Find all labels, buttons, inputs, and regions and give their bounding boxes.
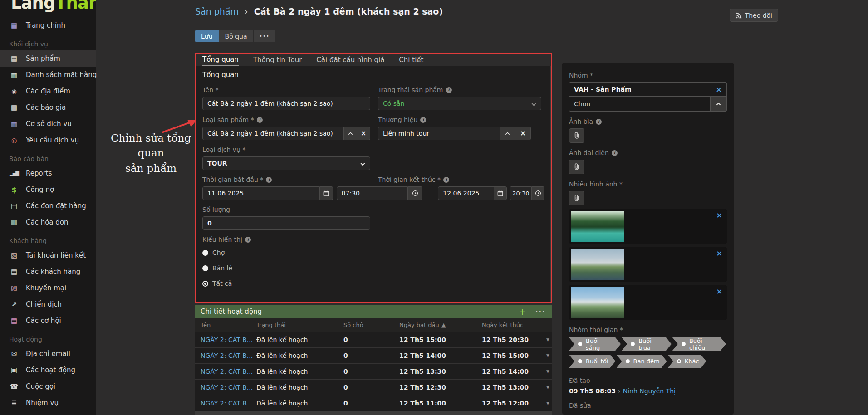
tab-chi-tiet[interactable]: Chi tiết [399,54,423,66]
more-actions-button[interactable]: ••• [253,30,275,42]
row-dropdown-caret[interactable]: ▼ [546,401,557,405]
tab-tong-quan[interactable]: Tổng quan [202,54,239,66]
annotation-arrow [160,117,198,135]
sidebar-item-reports[interactable]: ▂▅▇ Reports [0,165,96,181]
sidebar-item-dia-chi-email[interactable]: ✉ Địa chỉ email [0,346,96,362]
start-time-label: Thời gian bắt đầu *i [202,176,544,183]
sidebar-item-cac-don-dat-hang[interactable]: ▤ Các đơn đặt hàng [0,198,96,214]
tag-buoi-sang[interactable]: Buổi sáng [569,337,621,351]
col-ten[interactable]: Tên [201,322,256,328]
remove-photo-button[interactable]: × [716,211,722,220]
activity-name-link[interactable]: NGÀY 2: CÁT B... [201,368,256,375]
radio-cho[interactable]: Chợ [202,246,544,259]
sidebar-item-nhiem-vu[interactable]: ≣ Nhiệm vụ [0,395,96,411]
add-activity-button[interactable]: + [519,307,526,317]
clock-icon [535,190,541,196]
breadcrumb-parent-link[interactable]: Sản phẩm [195,6,239,16]
end-time-clock-button[interactable] [532,186,544,200]
sidebar-item-cuoc-goi[interactable]: ☎ Cuộc gọi [0,378,96,395]
activity-name-link[interactable]: NGÀY 2: CÁT B... [201,400,256,407]
sidebar-item-trang-chinh[interactable]: ▦ Trang chính [0,17,96,34]
group-expand-button[interactable] [710,97,726,111]
service-type-select[interactable]: TOUR [202,156,370,170]
col-trang-thai[interactable]: Trạng thái [256,322,343,328]
sidebar-item-tai-khoan-lien-ket[interactable]: ▧ Tài khoản liên kết [0,247,96,264]
start-date-input[interactable] [202,186,320,200]
sidebar-item-chien-dich[interactable]: ↗ Chiến dịch [0,296,96,312]
group-remove-button[interactable]: × [716,85,722,94]
product-type-expand-button[interactable] [344,127,357,140]
radio-tat-ca[interactable]: Tất cả [202,277,544,290]
cover-attach-button[interactable] [569,128,584,143]
remove-photo-button[interactable]: × [716,287,722,296]
end-date-group [438,186,507,200]
brand-clear-button[interactable]: × [515,127,531,140]
activity-name-link[interactable]: NGÀY 2: CÁT B... [201,336,256,343]
activity-name-link[interactable]: NGÀY 2: CÁT B... [201,384,256,391]
clock-icon [412,190,418,196]
tag-khac[interactable]: Khác [668,355,706,368]
end-date-calendar-button[interactable] [494,186,507,200]
save-button[interactable]: Lưu [195,30,219,42]
quantity-input[interactable] [202,216,370,230]
sidebar-item-cong-no[interactable]: $ Công nợ [0,181,96,198]
product-photo-lagoon[interactable] [571,211,624,242]
sidebar-item-cac-bao-gia[interactable]: ▤ Các báo giá [0,99,96,116]
sidebar-item-cac-khach-hang[interactable]: ▤ Các khách hàng [0,264,96,280]
status-select[interactable]: Có sẵn [378,97,541,110]
activity-name-link[interactable]: NGÀY 2: CÁT B... [201,352,256,359]
name-input[interactable] [202,97,370,110]
tab-cai-dat-cau-hinh-gia[interactable]: Cài đặt cấu hình giá [316,54,384,66]
avatar-attach-button[interactable] [569,160,584,174]
product-type-clear-button[interactable]: × [357,127,370,140]
tag-ban-dem[interactable]: Ban đêm [617,355,667,368]
end-time-input[interactable] [510,186,532,200]
group-select-placeholder[interactable]: Chọn [569,97,710,111]
gallery-item: × [569,285,727,320]
sidebar-item-cac-dia-diem[interactable]: ◉ Các địa điểm [0,83,96,99]
product-type-input[interactable] [202,127,344,140]
discard-button[interactable]: Bỏ qua [219,30,253,42]
tag-buoi-chieu[interactable]: Buổi chiều [672,337,726,351]
sidebar-item-khuyen-mai[interactable]: ▨ Khuyến mại [0,280,96,296]
tag-buoi-trua[interactable]: Buổi trưa [622,337,672,351]
remove-photo-button[interactable]: × [716,249,722,258]
table-row: NGÀY 2: CÁT B... Đã lên kế hoạch 0 12 Th… [195,379,552,395]
col-ngay-ket-thuc[interactable]: Ngày kết thúc [482,322,546,328]
app-logo[interactable]: LangThang [0,0,96,16]
radio-ban-le[interactable]: Bán lẻ [202,262,544,274]
info-icon: i [266,177,272,183]
row-dropdown-caret[interactable]: ▼ [546,353,557,358]
tab-thong-tin-tour[interactable]: Thông tin Tour [253,54,302,66]
sidebar-item-co-so-dich-vu[interactable]: ▦ Cơ sở dịch vụ [0,116,96,132]
gallery-attach-button[interactable] [569,191,584,205]
product-type-combo: × [202,127,370,140]
col-ngay-bat-dau[interactable]: Ngày bắt đầu▲ [399,322,482,328]
product-photo-viewpoint[interactable] [571,287,624,318]
brand-expand-button[interactable] [500,127,515,140]
created-user-link[interactable]: Ninh Nguyễn Thị [623,387,676,395]
start-time-clock-button[interactable] [408,186,422,200]
activity-more-button[interactable]: ••• [535,309,545,315]
follow-button[interactable]: Theo dõi [730,9,778,22]
sidebar-item-danh-sach-mat-hang[interactable]: ▦ Danh sách mặt hàng [0,67,96,83]
table-bottom-strip [195,411,552,415]
row-dropdown-caret[interactable]: ▼ [546,337,557,342]
product-photo-town[interactable] [571,249,624,280]
sidebar-item-cac-co-hoi[interactable]: ▤ Các cơ hội [0,312,96,329]
end-date-input[interactable] [438,186,494,200]
start-date-calendar-button[interactable] [320,186,333,200]
col-so-cho[interactable]: Số chỗ [343,322,399,328]
sidebar-item-cac-hoat-dong[interactable]: ▣ Các hoạt động [0,362,96,378]
service-type-value: TOUR [207,160,227,167]
brand-input[interactable] [378,127,500,140]
table-row: NGÀY 2: CÁT B... Đã lên kế hoạch 0 12 Th… [195,363,552,379]
tag-buoi-toi[interactable]: Buổi tối [569,355,616,368]
sidebar-item-yeu-cau-dich-vu[interactable]: ◎ Yêu cầu dịch vụ [0,132,96,148]
row-dropdown-caret[interactable]: ▼ [546,385,557,390]
product-type-label: Loại sản phẩm *i [202,116,370,123]
sidebar-item-cac-hoa-don[interactable]: ▥ Các hóa đơn [0,214,96,230]
start-time-input[interactable] [337,186,408,200]
row-dropdown-caret[interactable]: ▼ [546,369,557,374]
sidebar-item-san-pham[interactable]: ▤ Sản phẩm [0,50,96,67]
